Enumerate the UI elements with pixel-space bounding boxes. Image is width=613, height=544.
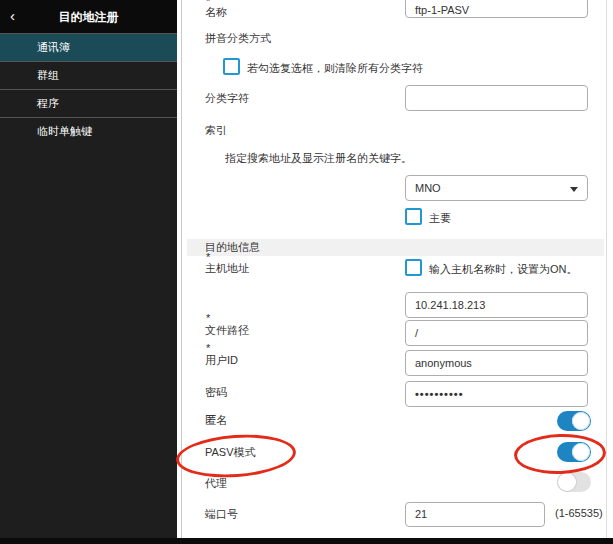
section-title: 目的地信息	[187, 239, 604, 256]
primary-checkbox[interactable]	[405, 208, 422, 225]
proxy-label: 代理	[205, 477, 227, 490]
required-mark: *	[206, 252, 210, 262]
index-dropdown[interactable]: MNO	[405, 175, 588, 201]
pasv-mode-label: PASV模式	[205, 446, 256, 459]
sidebar: ‹ 目的地注册 通讯簿 群组 程序 临时单触键	[0, 0, 177, 544]
toggle-knob	[558, 473, 576, 491]
pasv-mode-toggle[interactable]	[557, 442, 591, 462]
destination-form: * 名称 ftp-1-PASV 拼音分类方式 若勾选复选框，则清除所有分类字符 …	[183, 0, 606, 538]
bottom-bar	[0, 538, 613, 544]
required-mark: *	[206, 343, 210, 353]
port-range-hint: (1-65535)	[555, 507, 603, 519]
index-description: 指定搜索地址及显示注册名的关键字。	[225, 151, 412, 166]
file-path-label: 文件路径	[205, 324, 249, 337]
port-number-input[interactable]: 21	[405, 502, 545, 527]
page-title: 目的地注册	[0, 9, 177, 26]
scrollbar-track-edge	[606, 0, 607, 538]
host-address-value: 10.241.18.213	[415, 299, 485, 311]
clear-classify-checkbox-label: 若勾选复选框，则清除所有分类字符	[247, 61, 423, 75]
password-input[interactable]: ••••••••••	[405, 381, 588, 407]
index-label: 索引	[205, 124, 227, 137]
pinyin-sort-label: 拼音分类方式	[205, 32, 271, 45]
toggle-knob	[572, 443, 590, 461]
file-path-value: /	[415, 327, 418, 339]
sidebar-item-address-book[interactable]: 通讯簿	[0, 33, 177, 61]
password-label: 密码	[205, 386, 227, 399]
chevron-down-icon	[570, 187, 578, 192]
clear-classify-checkbox[interactable]	[223, 58, 240, 75]
hostname-on-checkbox-label: 输入主机名称时，设置为ON。	[429, 262, 578, 276]
destination-info-section-header: 目的地信息	[187, 239, 604, 256]
user-id-value: anonymous	[415, 357, 472, 369]
proxy-toggle[interactable]	[557, 472, 591, 492]
anonymous-toggle[interactable]	[557, 411, 591, 431]
hostname-on-checkbox[interactable]	[405, 259, 422, 276]
destination-registration-screen: ‹ 目的地注册 通讯簿 群组 程序 临时单触键 * 名称 ftp-1-PASV …	[0, 0, 613, 544]
name-value: ftp-1-PASV	[415, 4, 469, 16]
user-id-label: 用户ID	[205, 354, 238, 367]
sidebar-item-group[interactable]: 群组	[0, 61, 177, 89]
toggle-knob	[572, 412, 590, 430]
sidebar-item-program[interactable]: 程序	[0, 89, 177, 117]
port-number-value: 21	[415, 508, 427, 520]
name-label: 名称	[205, 6, 227, 19]
panel-divider	[181, 0, 182, 538]
name-input[interactable]: ftp-1-PASV	[405, 0, 588, 18]
required-mark: *	[206, 313, 210, 323]
sidebar-header: ‹ 目的地注册	[0, 0, 177, 33]
classify-chars-label: 分类字符	[205, 92, 249, 105]
sidebar-item-label: 临时单触键	[37, 125, 92, 137]
index-dropdown-value: MNO	[415, 182, 441, 194]
classify-chars-input[interactable]	[405, 85, 588, 111]
port-number-label: 端口号	[205, 508, 238, 521]
host-address-label: 主机地址	[205, 262, 249, 275]
sidebar-item-label: 程序	[37, 97, 59, 109]
sidebar-item-label: 群组	[37, 69, 59, 81]
host-address-input[interactable]: 10.241.18.213	[405, 292, 588, 318]
primary-checkbox-label: 主要	[429, 211, 451, 225]
password-value: ••••••••••	[415, 388, 464, 400]
user-id-input[interactable]: anonymous	[405, 350, 588, 376]
sidebar-item-label: 通讯簿	[37, 41, 70, 53]
file-path-input[interactable]: /	[405, 320, 588, 346]
anonymous-label: 匿名	[205, 414, 227, 427]
sidebar-item-temp-one-touch[interactable]: 临时单触键	[0, 117, 177, 145]
